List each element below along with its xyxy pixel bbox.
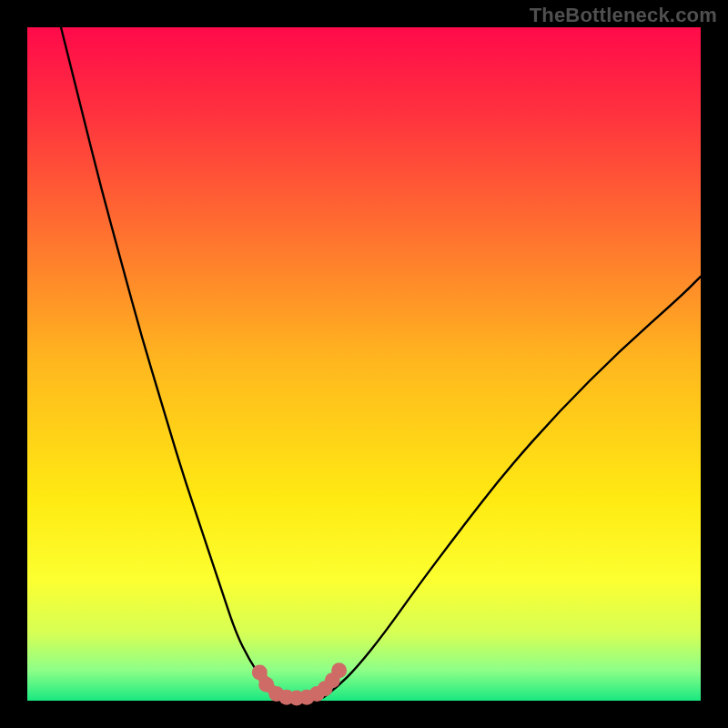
valley-marker-dot (331, 662, 347, 678)
watermark-text: TheBottleneck.com (530, 4, 717, 27)
chart-frame: TheBottleneck.com (0, 0, 728, 728)
plot-background (27, 27, 701, 701)
bottleneck-chart (0, 0, 728, 728)
